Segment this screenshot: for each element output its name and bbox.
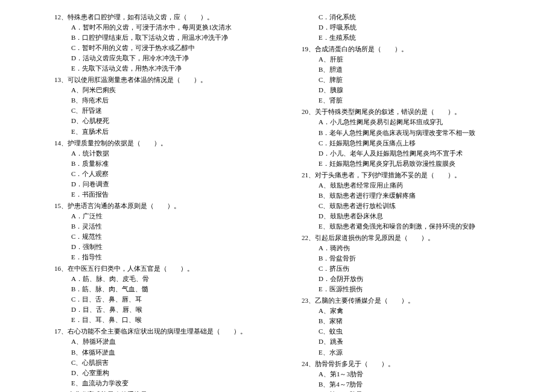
option: A．暂时不用的义齿，可浸于清水中，每周更换1次清水 — [71, 22, 253, 33]
option: A．统计数据 — [71, 148, 253, 159]
question-options: A．骑跨伤B．骨盆骨折C．挤压伤D．会阴开放伤E．医源性损伤 — [302, 243, 501, 294]
question-block: 20、关于特殊类型阑尾炎的叙述，错误的是（ ）。A．小儿急性阑尾炎易引起阑尾坏疽… — [302, 107, 501, 168]
option: C、心肌损害 — [71, 358, 253, 368]
question-block: 22、引起后尿道损伤的常见原因是（ ）。A．骑跨伤B．骨盆骨折C．挤压伤D．会阴… — [302, 233, 501, 294]
option: E、直肠术后 — [71, 127, 253, 137]
option: A、肺循环淤血 — [71, 337, 253, 347]
question-stem: 21、对于头痛患者，下列护理措施不妥的是（ ）。 — [302, 170, 501, 180]
question-stem: 24、肋骨骨折多见于（ ）。 — [302, 359, 501, 369]
option: C．目、舌、鼻、唇、耳 — [71, 294, 253, 305]
question-options: A、鼓励患者经常应用止痛药B、鼓励患者进行理疗来缓解疼痛C、鼓励患者进行放松训练… — [302, 180, 501, 232]
option: A、鼓励患者经常应用止痛药 — [319, 180, 501, 191]
question-options: A、家禽B、家猪C、蚊虫D、跳蚤E、水源 — [302, 306, 501, 357]
option: E、肾脏 — [319, 95, 501, 106]
option: B．口腔护理结束后，取下活动义齿，用温水冲洗干净 — [71, 33, 253, 43]
question-stem: 15、护患语言沟通的基本原则是（ ）。 — [54, 201, 253, 211]
question-stem: 13、可以使用肛温测量患者体温的情况是（ ）。 — [54, 75, 253, 85]
option: D．呼吸系统 — [319, 22, 501, 33]
option: E．目、耳、鼻、口、喉 — [71, 315, 253, 325]
option: B、家猪 — [319, 316, 501, 326]
question-block: 12、特殊患者口腔护理，如有活动义齿，应（ ）。A．暂时不用的义齿，可浸于清水中… — [54, 12, 253, 74]
option: E、水源 — [319, 347, 501, 358]
option: A、第1～3肋骨 — [319, 369, 501, 379]
option: A．小儿急性阑尾炎易引起阑尾坏疽或穿孔 — [319, 117, 501, 127]
question-options: C．消化系统D．呼吸系统E．生殖系统 — [302, 12, 501, 43]
option: D、鼓励患者卧床休息 — [319, 211, 501, 221]
option: E、鼓励患者避免强光和噪音的刺激，保持环境的安静 — [319, 221, 501, 232]
option: B．骨盆骨折 — [319, 253, 501, 264]
question-block: 14、护理质量控制的依据是（ ）。A．统计数据B．质量标准C．个人观察D．问卷调… — [54, 138, 253, 200]
question-options: A．小儿急性阑尾炎易引起阑尾坏疽或穿孔B．老年人急性阑尾炎临床表现与病理改变常不… — [302, 117, 501, 168]
question-continued: C．消化系统D．呼吸系统E．生殖系统 — [302, 12, 501, 43]
option: C．消化系统 — [319, 12, 501, 22]
question-block: 15、护患语言沟通的基本原则是（ ）。A．广泛性B．灵活性C．规范性D．强制性E… — [54, 201, 253, 262]
option: D．活动义齿应先取下，用冷水冲洗干净 — [71, 53, 253, 63]
option: C、脾脏 — [319, 75, 501, 85]
option: C．暂时不用的义齿，可浸于热水或乙醇中 — [71, 43, 253, 53]
option: C、鼓励患者进行放松训练 — [319, 201, 501, 211]
option: E．先取下活动义齿，用热水冲洗干净 — [71, 63, 253, 74]
option: D．问卷调查 — [71, 179, 253, 189]
option: B．质量标准 — [71, 159, 253, 169]
option: C、肝昏迷 — [71, 106, 253, 116]
question-block: 21、对于头痛患者，下列护理措施不妥的是（ ）。A、鼓励患者经常应用止痛药B、鼓… — [302, 170, 501, 232]
option: D．会阴开放伤 — [319, 274, 501, 284]
option: B、体循环淤血 — [71, 347, 253, 358]
option: A．广泛性 — [71, 211, 253, 221]
question-stem: 17、右心功能不全主要临床症状出现的病理生理基础是（ ）。 — [54, 326, 253, 337]
question-stem: 23、乙脑的主要传播媒介是（ ）。 — [302, 296, 501, 306]
option: A、肝脏 — [319, 54, 501, 65]
option: E．生殖系统 — [319, 33, 501, 43]
option: D、心肌梗死 — [71, 116, 253, 126]
question-options: A、阿米巴痢疾B、痔疮术后C、肝昏迷D、心肌梗死E、直肠术后 — [54, 85, 253, 136]
option: C．挤压伤 — [319, 264, 501, 274]
option: B、胆道 — [319, 65, 501, 75]
question-options: A、肝脏B、胆道C、脾脏D、胰腺E、肾脏 — [302, 54, 501, 106]
right-column: C．消化系统D．呼吸系统E．生殖系统19、合成清蛋白的场所是（ ）。A、肝脏B、… — [302, 12, 501, 392]
question-options: A、肺循环淤血B、体循环淤血C、心肌损害D、心室重构E、血流动力学改变 — [54, 337, 253, 388]
question-stem: 16、在中医五行归类中，人体五官是（ ）。 — [54, 264, 253, 274]
option: C．规范性 — [71, 232, 253, 242]
question-options: A．统计数据B．质量标准C．个人观察D．问卷调查E．书面报告 — [54, 148, 253, 200]
left-column: 12、特殊患者口腔护理，如有活动义齿，应（ ）。A．暂时不用的义齿，可浸于清水中… — [54, 12, 253, 392]
option: D．目、舌、鼻、唇、喉 — [71, 305, 253, 315]
question-block: 24、肋骨骨折多见于（ ）。A、第1～3肋骨B、第4～7肋骨C、第7～9肋骨D、… — [302, 359, 501, 392]
question-stem: 12、特殊患者口腔护理，如有活动义齿，应（ ）。 — [54, 12, 253, 22]
option: D、胰腺 — [319, 85, 501, 95]
option: C、第7～9肋骨 — [319, 390, 501, 392]
option: B．老年人急性阑尾炎临床表现与病理改变常不相一致 — [319, 128, 501, 138]
option: A．筋、脉、肉、皮毛、骨 — [71, 274, 253, 284]
option: C．妊娠期急性阑尾炎压痛点上移 — [319, 138, 501, 148]
question-stem: 20、关于特殊类型阑尾炎的叙述，错误的是（ ）。 — [302, 107, 501, 117]
question-block: 18、小儿发育成熟最晚的系统是（ ）。A．神经系统B．淋巴系统 — [54, 390, 253, 392]
option: D．强制性 — [71, 242, 253, 252]
question-options: A．筋、脉、肉、皮毛、骨B．筋、脉、肉、气血、髓C．目、舌、鼻、唇、耳D．目、舌… — [54, 274, 253, 325]
option: E、血流动力学改变 — [71, 378, 253, 388]
question-block: 23、乙脑的主要传播媒介是（ ）。A、家禽B、家猪C、蚊虫D、跳蚤E、水源 — [302, 296, 501, 357]
option: E．书面报告 — [71, 189, 253, 200]
option: C．个人观察 — [71, 169, 253, 179]
question-stem: 18、小儿发育成熟最晚的系统是（ ）。 — [54, 390, 253, 392]
option: D、跳蚤 — [319, 337, 501, 347]
question-stem: 14、护理质量控制的依据是（ ）。 — [54, 138, 253, 148]
option: E．妊娠期急性阑尾炎穿孔后易致弥漫性腹膜炎 — [319, 159, 501, 169]
option: E．指导性 — [71, 252, 253, 262]
option: B．灵活性 — [71, 221, 253, 232]
option: B、第4～7肋骨 — [319, 379, 501, 390]
option: B、痔疮术后 — [71, 95, 253, 106]
question-block: 19、合成清蛋白的场所是（ ）。A、肝脏B、胆道C、脾脏D、胰腺E、肾脏 — [302, 44, 501, 106]
option: A、阿米巴痢疾 — [71, 85, 253, 95]
page-content: 12、特殊患者口腔护理，如有活动义齿，应（ ）。A．暂时不用的义齿，可浸于清水中… — [0, 0, 555, 392]
option: A、家禽 — [319, 306, 501, 316]
question-options: A．广泛性B．灵活性C．规范性D．强制性E．指导性 — [54, 211, 253, 262]
question-options: A．暂时不用的义齿，可浸于清水中，每周更换1次清水B．口腔护理结束后，取下活动义… — [54, 22, 253, 74]
option: D、心室重构 — [71, 368, 253, 378]
option: B、鼓励患者进行理疗来缓解疼痛 — [319, 191, 501, 201]
question-block: 16、在中医五行归类中，人体五官是（ ）。A．筋、脉、肉、皮毛、骨B．筋、脉、肉… — [54, 264, 253, 325]
option: D．小儿、老年人及妊娠期急性阑尾炎均不宜手术 — [319, 148, 501, 159]
option: E．医源性损伤 — [319, 284, 501, 294]
question-block: 17、右心功能不全主要临床症状出现的病理生理基础是（ ）。A、肺循环淤血B、体循… — [54, 326, 253, 388]
question-block: 13、可以使用肛温测量患者体温的情况是（ ）。A、阿米巴痢疾B、痔疮术后C、肝昏… — [54, 75, 253, 136]
question-options: A、第1～3肋骨B、第4～7肋骨C、第7～9肋骨D、第8～10肋骨E、第11～1… — [302, 369, 501, 392]
option: A．骑跨伤 — [319, 243, 501, 253]
